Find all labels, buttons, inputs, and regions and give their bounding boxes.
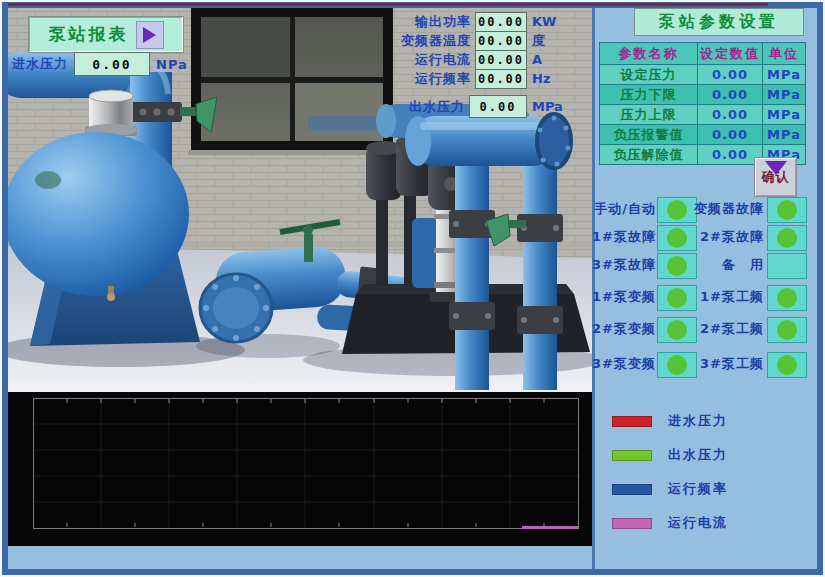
pump-station-3d-scene: 泵站报表 进水压力 0.00 NPa 输出功率 00.00 KW 变频器温度 0… xyxy=(8,8,592,392)
param-unit: MPa xyxy=(763,85,806,105)
param-value-field[interactable]: 0.00 xyxy=(698,125,763,145)
table-row: 设定压力 0.00 MPa xyxy=(600,65,806,85)
param-name: 压力下限 xyxy=(600,85,698,105)
legend-label: 出水压力 xyxy=(668,446,728,464)
indicator-label: 2#泵工频 xyxy=(694,317,764,341)
indicator-lamp xyxy=(767,253,807,279)
parameters-table: 参数名称 设定数值 单位 设定压力 0.00 MPa 压力下限 0.00 MPa… xyxy=(599,42,806,165)
readout-row: 输出功率 00.00 KW xyxy=(308,12,570,31)
confirm-button[interactable]: 确认 xyxy=(754,157,797,197)
trend-chart xyxy=(8,392,592,546)
led-icon xyxy=(777,228,797,248)
indicator-label: 3#泵故障 xyxy=(592,253,656,277)
settings-panel-title: 泵站参数设置 xyxy=(634,8,804,36)
param-unit: MPa xyxy=(763,105,806,125)
param-name: 负压解除值 xyxy=(600,145,698,165)
confirm-button-label: 确认 xyxy=(762,168,790,186)
readout-label: 输出功率 xyxy=(308,13,471,31)
readout-row: 变频器温度 00.00 度 xyxy=(308,31,570,50)
indicator-label: 3#泵工频 xyxy=(694,352,764,376)
readout-unit: KW xyxy=(532,14,570,29)
play-triangle-icon xyxy=(143,27,156,43)
inlet-pressure-label: 进水压力 xyxy=(12,55,68,73)
readout-value: 00.00 xyxy=(475,50,527,70)
indicator-label: 2#泵故障 xyxy=(694,225,764,249)
col-header-value: 设定数值 xyxy=(698,43,763,65)
param-value-field[interactable]: 0.00 xyxy=(698,85,763,105)
indicator-lamp xyxy=(767,225,807,251)
param-name: 设定压力 xyxy=(600,65,698,85)
readout-value: 00.00 xyxy=(475,31,527,51)
table-header-row: 参数名称 设定数值 单位 xyxy=(600,43,806,65)
indicator-lamp xyxy=(657,352,697,378)
led-icon xyxy=(667,200,687,220)
legend-row: 出水压力 xyxy=(612,449,728,461)
led-icon xyxy=(777,355,797,375)
legend-row: 运行电流 xyxy=(612,517,728,529)
indicator-label: 1#泵故障 xyxy=(592,225,656,249)
led-icon xyxy=(777,288,797,308)
indicator-lamp xyxy=(767,285,807,311)
inlet-pressure-value: 0.00 xyxy=(74,52,150,76)
led-icon xyxy=(777,200,797,220)
legend-row: 运行频率 xyxy=(612,483,728,495)
indicator-label: 1#泵变频 xyxy=(592,285,656,309)
readout-value: 00.00 xyxy=(475,12,527,32)
outlet-pressure-label: 出水压力 xyxy=(308,98,465,116)
param-value-field[interactable]: 0.00 xyxy=(698,105,763,125)
report-nav-button[interactable] xyxy=(136,21,164,49)
param-name: 负压报警值 xyxy=(600,125,698,145)
indicator-row: 1#泵故障 2#泵故障 xyxy=(596,225,814,249)
table-row: 压力上限 0.00 MPa xyxy=(600,105,806,125)
legend-swatch-run-current xyxy=(612,518,652,529)
readout-unit: Hz xyxy=(532,71,570,86)
inlet-pressure-unit: NPa xyxy=(156,57,188,72)
param-unit: MPa xyxy=(763,125,806,145)
legend-swatch-outlet-pressure xyxy=(612,450,652,461)
legend-swatch-inlet-pressure xyxy=(612,416,652,427)
legend-label: 进水压力 xyxy=(668,412,728,430)
report-button[interactable]: 泵站报表 xyxy=(28,16,184,53)
readout-label: 运行频率 xyxy=(308,70,471,88)
readout-unit: A xyxy=(532,52,570,67)
settings-panel: 泵站参数设置 参数名称 设定数值 单位 设定压力 0.00 MPa 压力下限 0… xyxy=(596,8,814,569)
readout-row: 运行电流 00.00 A xyxy=(308,50,570,69)
legend-swatch-run-frequency xyxy=(612,484,652,495)
indicator-lamp xyxy=(767,352,807,378)
led-icon xyxy=(667,288,687,308)
indicator-label: 手动/自动 xyxy=(592,197,656,221)
param-unit: MPa xyxy=(763,65,806,85)
readout-row: 运行频率 00.00 Hz xyxy=(308,69,570,88)
top-accent-line xyxy=(8,3,768,6)
indicator-lamp xyxy=(657,225,697,251)
led-icon xyxy=(777,320,797,340)
indicator-row: 1#泵变频 1#泵工频 xyxy=(596,285,814,309)
indicator-lamp xyxy=(657,197,697,223)
readout-label: 运行电流 xyxy=(308,51,471,69)
indicator-label: 备 用 xyxy=(694,253,764,277)
indicator-row: 手动/自动 变频器故障 xyxy=(596,197,814,221)
led-icon xyxy=(667,228,687,248)
pump-station-hmi: 泵站报表 进水压力 0.00 NPa 输出功率 00.00 KW 变频器温度 0… xyxy=(0,0,825,577)
tank-canister xyxy=(85,90,137,136)
indicator-lamp xyxy=(767,197,807,223)
indicator-row: 3#泵故障 备 用 xyxy=(596,253,814,277)
readout-unit: 度 xyxy=(532,32,570,50)
report-button-label: 泵站报表 xyxy=(49,23,129,46)
trend-chart-grid xyxy=(8,392,592,546)
outlet-pressure-unit: MPa xyxy=(532,99,570,114)
indicator-row: 3#泵变频 3#泵工频 xyxy=(596,352,814,376)
param-value-field[interactable]: 0.00 xyxy=(698,65,763,85)
outlet-pressure-group: 出水压力 0.00 MPa xyxy=(308,97,570,116)
col-header-unit: 单位 xyxy=(763,43,806,65)
indicator-lamp xyxy=(767,317,807,343)
legend-label: 运行电流 xyxy=(668,514,728,532)
led-icon xyxy=(667,256,687,276)
param-name: 压力上限 xyxy=(600,105,698,125)
inlet-pressure-group: 进水压力 0.00 NPa xyxy=(12,52,188,76)
indicator-label: 变频器故障 xyxy=(694,197,764,221)
col-header-name: 参数名称 xyxy=(600,43,698,65)
legend-row: 进水压力 xyxy=(612,415,728,427)
param-value-field[interactable]: 0.00 xyxy=(698,145,763,165)
indicator-row: 2#泵变频 2#泵工频 xyxy=(596,317,814,341)
